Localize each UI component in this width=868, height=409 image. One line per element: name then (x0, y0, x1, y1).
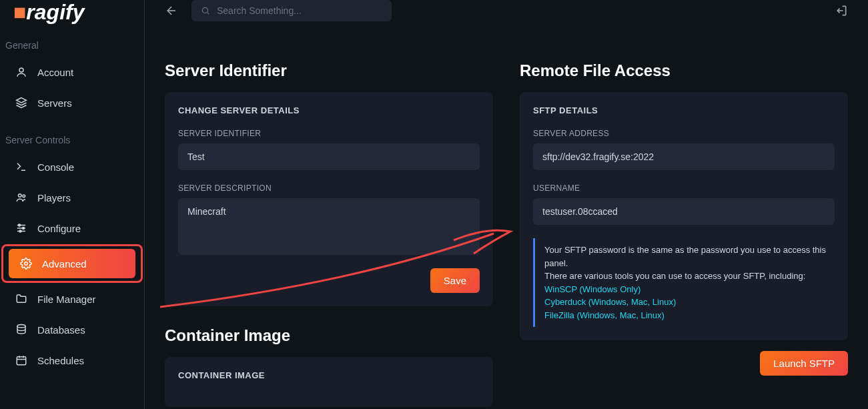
description-label: SERVER DESCRIPTION (178, 183, 480, 193)
search-box[interactable] (191, 0, 392, 21)
sidebar-item-label: Databases (37, 324, 85, 336)
sidebar-item-label: File Manager (37, 294, 96, 305)
sidebar-item-schedules[interactable]: Schedules (4, 346, 140, 375)
svg-point-9 (23, 228, 25, 230)
sidebar-section-controls: Server Controls (0, 129, 144, 151)
sidebar-item-console[interactable]: Console (4, 152, 140, 181)
sidebar-item-configure[interactable]: Configure (4, 214, 140, 243)
sftp-card: SFTP DETAILS SERVER ADDRESS sftp://dev32… (520, 92, 848, 340)
link-cyberduck[interactable]: Cyberduck (Windows, Mac, Linux) (544, 296, 835, 309)
identifier-label: SERVER IDENTIFIER (178, 129, 480, 138)
svg-point-18 (202, 7, 207, 13)
users-icon (15, 191, 28, 204)
sidebar-item-label: Advanced (42, 258, 87, 270)
back-button[interactable] (165, 4, 178, 17)
database-icon (15, 323, 28, 336)
server-identifier-input[interactable] (178, 143, 480, 170)
server-identifier-title: Server Identifier (165, 61, 493, 80)
sidebar-item-label: Account (37, 67, 73, 78)
username-value[interactable]: testuser.08ccaced (533, 198, 835, 225)
remote-access-title: Remote File Access (520, 61, 848, 80)
address-label: SERVER ADDRESS (533, 129, 835, 138)
username-label: USERNAME (533, 183, 835, 193)
svg-marker-1 (17, 98, 27, 103)
user-icon (15, 65, 28, 79)
server-description-input[interactable]: Minecraft (178, 198, 480, 255)
sidebar-item-filemanager[interactable]: File Manager (4, 284, 140, 314)
svg-point-4 (23, 195, 25, 197)
card-heading: SFTP DETAILS (533, 105, 835, 115)
svg-rect-13 (17, 357, 26, 365)
sftp-info: Your SFTP password is the same as the pa… (533, 238, 835, 327)
launch-sftp-button[interactable]: Launch SFTP (760, 351, 848, 376)
sidebar-item-servers[interactable]: Servers (4, 88, 140, 117)
folder-icon (15, 292, 28, 306)
container-image-card: CONTAINER IMAGE (165, 357, 493, 407)
info-text: There are various tools you can use to a… (544, 270, 835, 283)
svg-point-8 (19, 224, 21, 226)
svg-line-19 (207, 13, 209, 15)
sidebar-item-players[interactable]: Players (4, 183, 140, 212)
server-details-card: CHANGE SERVER DETAILS SERVER IDENTIFIER … (165, 92, 493, 306)
terminal-icon (15, 160, 28, 173)
search-icon (201, 6, 210, 15)
svg-point-11 (25, 262, 28, 266)
sidebar-item-databases[interactable]: Databases (4, 315, 140, 344)
sidebar-item-advanced[interactable]: Advanced (9, 249, 135, 278)
gear-icon (19, 257, 33, 270)
sidebar-item-label: Players (37, 192, 71, 203)
link-winscp[interactable]: WinSCP (Windows Only) (544, 283, 835, 296)
sidebar-section-general: General (0, 35, 144, 56)
save-button[interactable]: Save (430, 268, 480, 293)
sidebar-item-account[interactable]: Account (4, 57, 140, 87)
layers-icon (15, 96, 28, 109)
svg-point-12 (17, 325, 25, 328)
server-address-value[interactable]: sftp://dev32.fragify.se:2022 (533, 143, 835, 170)
sliders-icon (15, 222, 28, 235)
logo: ■ragify (0, 0, 144, 35)
calendar-icon (15, 354, 28, 367)
svg-point-0 (19, 68, 23, 72)
search-input[interactable] (217, 5, 382, 16)
sidebar-item-label: Schedules (37, 355, 84, 366)
info-text: Your SFTP password is the same as the pa… (544, 244, 835, 270)
sidebar-item-label: Configure (37, 223, 81, 234)
link-filezilla[interactable]: FileZilla (Windows, Mac, Linux) (544, 309, 835, 322)
svg-point-10 (19, 230, 21, 232)
sidebar-item-label: Servers (37, 97, 72, 109)
sidebar-item-label: Console (37, 161, 74, 173)
card-heading: CHANGE SERVER DETAILS (178, 105, 480, 115)
logout-button[interactable] (835, 4, 848, 17)
svg-point-3 (19, 194, 22, 197)
container-image-title: Container Image (165, 326, 493, 345)
card-heading: CONTAINER IMAGE (178, 370, 480, 380)
